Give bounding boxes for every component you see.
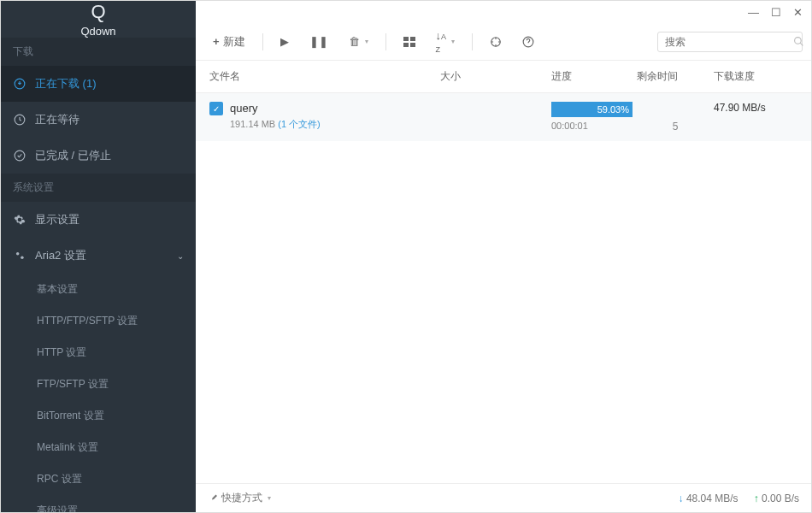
sub-setting-http[interactable]: HTTP 设置 (1, 337, 196, 369)
play-icon: ▶ (280, 35, 289, 48)
pause-icon: ❚❚ (309, 35, 328, 48)
pause-button[interactable]: ❚❚ (301, 30, 337, 53)
sub-setting-ftp-sftp[interactable]: FTP/SFTP 设置 (1, 369, 196, 400)
sidebar-item-label: 正在下载 (1) (35, 76, 97, 91)
sub-setting-rpc[interactable]: RPC 设置 (1, 463, 196, 495)
gears-icon (13, 250, 26, 262)
app-logo: Q Qdown (1, 1, 196, 38)
svg-rect-9 (403, 43, 409, 47)
col-header-name[interactable]: 文件名 (209, 69, 440, 84)
help-button[interactable] (514, 31, 543, 53)
task-size: 191.14 MB (230, 119, 275, 129)
download-icon (13, 78, 26, 90)
sub-setting-http-ftp-sftp[interactable]: HTTP/FTP/SFTP 设置 (1, 305, 196, 337)
sidebar-item-aria2-settings[interactable]: Aria2 设置 ⌄ (1, 238, 196, 274)
caret-down-icon: ▾ (451, 38, 455, 45)
task-checkbox[interactable]: ✓ (209, 102, 223, 115)
app-logo-icon: Q (91, 1, 105, 23)
task-row[interactable]: ✓ query 191.14 MB (1 个文件) 59.03% 00:00:0… (196, 93, 811, 141)
search-icon (793, 36, 804, 47)
sidebar-item-label: 已完成 / 已停止 (35, 148, 111, 163)
trash-icon: 🗑 (349, 35, 360, 48)
sub-setting-advanced[interactable]: 高级设置 (1, 495, 196, 513)
sidebar-item-label: 正在等待 (35, 112, 79, 127)
start-button[interactable]: ▶ (272, 30, 297, 53)
col-header-progress[interactable]: 进度 (551, 69, 637, 84)
task-subtitle: 191.14 MB (1 个文件) (230, 118, 440, 131)
maximize-button[interactable]: ☐ (771, 6, 781, 19)
view-grid-button[interactable] (395, 32, 424, 52)
grid-icon (403, 37, 415, 47)
sidebar-item-label: Aria2 设置 (35, 248, 86, 263)
wrench-icon (208, 493, 218, 504)
separator (472, 33, 473, 50)
status-bar: 快捷方式 ▾ ↓ 48.04 MB/s ↑ 0.00 B/s (196, 483, 811, 512)
sort-icon: ↓AZ (436, 29, 447, 55)
section-settings-header: 系统设置 (1, 174, 196, 202)
table-header: 文件名 大小 进度 剩余时间 下载速度 (196, 61, 811, 93)
window-controls: — ☐ ✕ (196, 1, 811, 23)
task-name-cell: query 191.14 MB (1 个文件) (230, 102, 440, 131)
clock-icon (13, 114, 26, 126)
sidebar: Q Qdown 下载 正在下载 (1) 正在等待 已完成 / 已停止 系统设置 … (1, 1, 196, 512)
task-list: ✓ query 191.14 MB (1 个文件) 59.03% 00:00:0… (196, 93, 811, 483)
svg-rect-8 (410, 37, 415, 41)
new-button[interactable]: + 新建 (204, 29, 254, 55)
shortcut-label: 快捷方式 (221, 491, 262, 505)
close-button[interactable]: ✕ (793, 6, 803, 19)
task-remain-cell: 5 (637, 102, 714, 133)
separator (262, 33, 263, 50)
sort-button[interactable]: ↓AZ▾ (427, 24, 464, 60)
svg-rect-10 (410, 43, 415, 47)
task-elapsed: 00:00:01 (551, 121, 637, 131)
delete-button[interactable]: 🗑▾ (340, 30, 377, 53)
sidebar-item-completed[interactable]: 已完成 / 已停止 (1, 138, 196, 174)
speed-indicator: ↓ 48.04 MB/s ↑ 0.00 B/s (679, 492, 799, 504)
col-header-remain[interactable]: 剩余时间 (637, 69, 714, 84)
svg-point-3 (16, 252, 20, 256)
app-name: Qdown (80, 25, 115, 38)
sidebar-item-waiting[interactable]: 正在等待 (1, 102, 196, 138)
svg-rect-7 (403, 37, 409, 41)
task-title: query (230, 102, 440, 115)
sidebar-item-downloading[interactable]: 正在下载 (1) (1, 66, 196, 102)
search-input[interactable] (665, 36, 793, 48)
caret-down-icon: ▾ (268, 494, 271, 502)
chevron-down-icon: ⌄ (177, 251, 184, 261)
sub-setting-metalink[interactable]: Metalink 设置 (1, 432, 196, 463)
col-header-size[interactable]: 大小 (440, 69, 551, 84)
upload-speed: ↑ 0.00 B/s (754, 492, 799, 504)
sidebar-item-display-settings[interactable]: 显示设置 (1, 202, 196, 238)
sub-setting-basic[interactable]: 基本设置 (1, 274, 196, 305)
separator (385, 33, 386, 50)
up-arrow-icon: ↑ (754, 492, 759, 504)
settings-button[interactable] (481, 31, 510, 53)
gear-icon (13, 214, 26, 226)
new-button-label: 新建 (223, 34, 245, 50)
plus-icon: + (213, 35, 220, 48)
download-speed: ↓ 48.04 MB/s (679, 492, 738, 504)
sub-setting-bittorrent[interactable]: BitTorrent 设置 (1, 400, 196, 432)
task-file-count[interactable]: (1 个文件) (278, 119, 321, 129)
caret-down-icon: ▾ (365, 38, 368, 45)
task-progress-cell: 59.03% 00:00:01 (551, 102, 637, 131)
section-download-header: 下载 (1, 38, 196, 66)
sidebar-item-label: 显示设置 (35, 212, 79, 227)
down-arrow-icon: ↓ (679, 492, 684, 504)
search-box[interactable] (657, 32, 803, 52)
progress-bar: 59.03% (551, 102, 633, 117)
svg-point-4 (21, 256, 24, 260)
shortcut-button[interactable]: 快捷方式 ▾ (208, 491, 271, 505)
main-panel: — ☐ ✕ + 新建 ▶ ❚❚ 🗑▾ ↓AZ▾ (196, 1, 811, 512)
help-icon (522, 36, 534, 48)
task-speed-cell: 47.90 MB/s (714, 102, 797, 114)
check-circle-icon (13, 150, 26, 162)
col-header-speed[interactable]: 下载速度 (714, 69, 797, 84)
svg-point-13 (795, 38, 802, 44)
toolbar: + 新建 ▶ ❚❚ 🗑▾ ↓AZ▾ (196, 23, 811, 61)
minimize-button[interactable]: — (748, 6, 759, 19)
crosshair-icon (490, 36, 502, 48)
svg-point-2 (15, 150, 25, 161)
